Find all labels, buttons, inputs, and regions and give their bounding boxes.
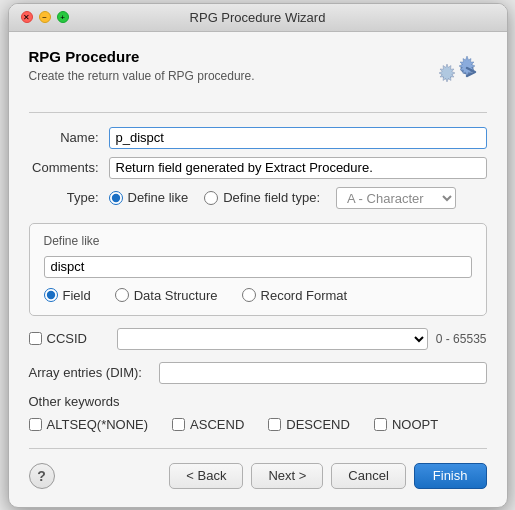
help-button[interactable]: ? [29, 463, 55, 489]
page-title: RPG Procedure [29, 48, 255, 65]
define-like-input[interactable] [44, 256, 472, 278]
array-row: Array entries (DIM): [29, 362, 487, 384]
altseq-checkbox[interactable] [29, 418, 42, 431]
define-like-label: Define like [128, 190, 189, 205]
noopt-checkbox-item[interactable]: NOOPT [374, 417, 438, 432]
next-button[interactable]: Next > [251, 463, 323, 489]
define-field-radio-item[interactable]: Define field type: [204, 190, 320, 205]
define-like-box: Define like Field Data Structure Record … [29, 223, 487, 316]
other-keywords-section: Other keywords ALTSEQ(*NONE) ASCEND DESC… [29, 394, 487, 432]
name-label: Name: [29, 130, 109, 145]
record-format-radio-item[interactable]: Record Format [242, 288, 348, 303]
data-structure-radio[interactable] [115, 288, 129, 302]
ccsid-range: 0 - 65535 [436, 332, 487, 346]
back-button[interactable]: < Back [169, 463, 243, 489]
header-section: RPG Procedure Create the return value of… [29, 48, 487, 96]
descend-label: DESCEND [286, 417, 350, 432]
type-radio-group: Define like Define field type: A - Chara… [109, 187, 457, 209]
ccsid-input-wrapper: 0 - 65535 [117, 328, 487, 350]
name-row: Name: [29, 127, 487, 149]
altseq-checkbox-item[interactable]: ALTSEQ(*NONE) [29, 417, 149, 432]
ccsid-row: CCSID 0 - 65535 [29, 328, 487, 350]
define-field-label: Define field type: [223, 190, 320, 205]
window-title: RPG Procedure Wizard [190, 10, 326, 25]
type-row: Type: Define like Define field type: A -… [29, 187, 487, 209]
name-input[interactable] [109, 127, 487, 149]
traffic-lights: ✕ − + [21, 11, 69, 23]
ascend-checkbox[interactable] [172, 418, 185, 431]
noopt-checkbox[interactable] [374, 418, 387, 431]
ascend-checkbox-item[interactable]: ASCEND [172, 417, 244, 432]
finish-button[interactable]: Finish [414, 463, 487, 489]
descend-checkbox[interactable] [268, 418, 281, 431]
content-area: RPG Procedure Create the return value of… [9, 32, 507, 507]
field-radio-label: Field [63, 288, 91, 303]
minimize-button[interactable]: − [39, 11, 51, 23]
define-like-radio-row: Field Data Structure Record Format [44, 288, 472, 303]
keywords-row: ALTSEQ(*NONE) ASCEND DESCEND NOOPT [29, 417, 487, 432]
data-structure-radio-item[interactable]: Data Structure [115, 288, 218, 303]
gear-icon [431, 48, 487, 96]
page-subtitle: Create the return value of RPG procedure… [29, 69, 255, 83]
array-label: Array entries (DIM): [29, 365, 159, 380]
field-radio[interactable] [44, 288, 58, 302]
ascend-label: ASCEND [190, 417, 244, 432]
record-format-radio[interactable] [242, 288, 256, 302]
define-like-radio[interactable] [109, 191, 123, 205]
wizard-window: ✕ − + RPG Procedure Wizard RPG Procedure… [8, 3, 508, 508]
altseq-label: ALTSEQ(*NONE) [47, 417, 149, 432]
comments-row: Comments: [29, 157, 487, 179]
nav-button-group: < Back Next > Cancel Finish [169, 463, 486, 489]
define-like-title: Define like [44, 234, 472, 248]
array-input[interactable] [159, 362, 487, 384]
field-type-select[interactable]: A - Character [336, 187, 456, 209]
bottom-divider [29, 448, 487, 449]
maximize-button[interactable]: + [57, 11, 69, 23]
data-structure-label: Data Structure [134, 288, 218, 303]
record-format-label: Record Format [261, 288, 348, 303]
close-button[interactable]: ✕ [21, 11, 33, 23]
ccsid-select[interactable] [117, 328, 428, 350]
header-text: RPG Procedure Create the return value of… [29, 48, 255, 83]
ccsid-label-text: CCSID [47, 331, 87, 346]
descend-checkbox-item[interactable]: DESCEND [268, 417, 350, 432]
ccsid-label-area: CCSID [29, 331, 109, 346]
noopt-label: NOOPT [392, 417, 438, 432]
comments-label: Comments: [29, 160, 109, 175]
header-divider [29, 112, 487, 113]
comments-input[interactable] [109, 157, 487, 179]
other-keywords-title: Other keywords [29, 394, 487, 409]
define-like-radio-item[interactable]: Define like [109, 190, 189, 205]
ccsid-checkbox[interactable] [29, 332, 42, 345]
type-label: Type: [29, 190, 109, 205]
cancel-button[interactable]: Cancel [331, 463, 405, 489]
titlebar: ✕ − + RPG Procedure Wizard [9, 4, 507, 32]
button-row: ? < Back Next > Cancel Finish [29, 459, 487, 491]
field-radio-item[interactable]: Field [44, 288, 91, 303]
define-field-radio[interactable] [204, 191, 218, 205]
